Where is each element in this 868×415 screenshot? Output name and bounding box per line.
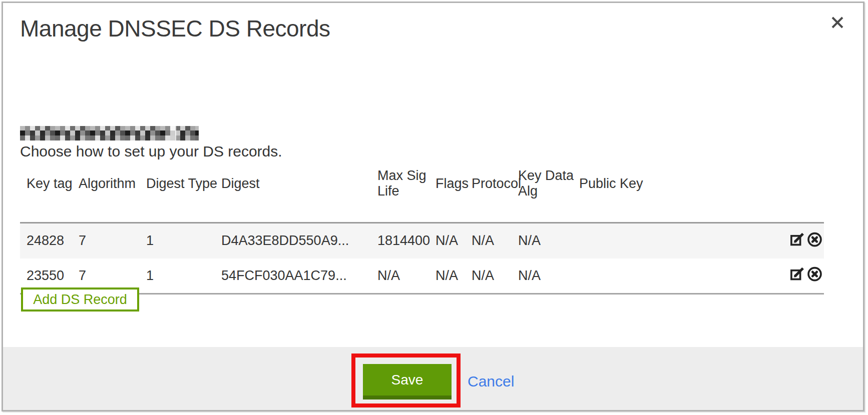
- cell-actions: [774, 258, 824, 294]
- col-digest-type: Digest Type: [146, 165, 221, 223]
- dialog-footer: Save Cancel: [3, 347, 863, 410]
- table-row: 24828 7 1 D4A33E8DD550A9... 1814400 N/A …: [20, 223, 824, 258]
- cell-max-sig-life: N/A: [377, 258, 436, 294]
- dialog-subtitle: Choose how to set up your DS records.: [20, 143, 282, 160]
- delete-icon[interactable]: [806, 231, 823, 248]
- col-actions: [774, 165, 824, 223]
- cell-algorithm: 7: [79, 223, 146, 258]
- cell-public-key: [579, 258, 774, 294]
- col-flags: Flags: [436, 165, 472, 223]
- col-key-tag: Key tag: [20, 165, 79, 223]
- manage-dnssec-dialog: Manage DNSSEC DS Records Choose how to s…: [2, 2, 864, 412]
- add-ds-record-button[interactable]: Add DS Record: [21, 288, 139, 312]
- cell-public-key: [579, 223, 774, 258]
- cancel-link[interactable]: Cancel: [468, 373, 514, 390]
- col-max-sig-life: Max Sig Life: [377, 165, 436, 223]
- col-algorithm: Algorithm: [79, 165, 146, 223]
- cell-key-data-alg: N/A: [518, 258, 579, 294]
- delete-icon[interactable]: [806, 266, 823, 282]
- col-public-key: Public Key: [579, 165, 774, 223]
- cell-actions: [774, 223, 824, 258]
- save-button[interactable]: Save: [363, 364, 452, 400]
- cell-flags: N/A: [436, 258, 472, 294]
- col-digest: Digest: [221, 165, 377, 223]
- redacted-domain-name: [20, 126, 199, 140]
- dialog-title: Manage DNSSEC DS Records: [20, 15, 330, 42]
- cell-max-sig-life: 1814400: [377, 223, 436, 258]
- close-icon[interactable]: [829, 14, 846, 31]
- ds-records-table: Key tag Algorithm Digest Type Digest Max…: [20, 165, 824, 294]
- cell-protocol: N/A: [472, 223, 518, 258]
- col-protocol: Protocol: [472, 165, 518, 223]
- cell-digest-type: 1: [146, 258, 221, 294]
- screen: Manage DNSSEC DS Records Choose how to s…: [0, 0, 868, 415]
- cell-protocol: N/A: [472, 258, 518, 294]
- cell-digest: 54FCF030AA1C79...: [221, 258, 377, 294]
- edit-icon[interactable]: [789, 231, 805, 248]
- table-row: 23550 7 1 54FCF030AA1C79... N/A N/A N/A …: [20, 258, 824, 294]
- cell-key-data-alg: N/A: [518, 223, 579, 258]
- cell-digest-type: 1: [146, 223, 221, 258]
- edit-icon[interactable]: [789, 266, 805, 282]
- cell-flags: N/A: [436, 223, 472, 258]
- cell-digest: D4A33E8DD550A9...: [221, 223, 377, 258]
- col-key-data-alg: Key Data Alg: [518, 165, 579, 223]
- table-header-row: Key tag Algorithm Digest Type Digest Max…: [20, 165, 824, 223]
- cell-key-tag: 24828: [20, 223, 79, 258]
